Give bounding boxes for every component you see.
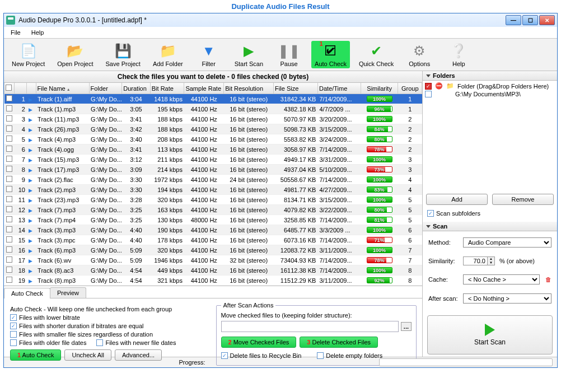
opt-bitrate-checkbox[interactable]: ✓	[10, 314, 17, 321]
clear-cache-icon[interactable]: 🗑	[545, 276, 551, 283]
table-row[interactable]: 9 ▶ Track (2).flacG:\My Do...3:30 1972 k…	[4, 175, 422, 185]
play-icon[interactable]: ▶	[29, 97, 32, 102]
table-row[interactable]: 5 ▶ Track (4).mp3G:\My Do...3:40 208 kbp…	[4, 134, 422, 144]
browse-button[interactable]: ...	[401, 322, 412, 331]
advanced-button[interactable]: Advanced...	[115, 349, 162, 361]
col-samplerate[interactable]: Sample Rate	[184, 83, 224, 94]
move-path-input[interactable]	[221, 321, 399, 332]
start-scan-button[interactable]: ▶Start Scan	[231, 41, 267, 68]
move-files-button[interactable]: 2 Move Checked Files	[221, 337, 297, 348]
table-row[interactable]: 11 ▶ Track (23).mp3G:\My Do...3:28 320 k…	[4, 195, 422, 205]
play-icon[interactable]: ▶	[29, 198, 32, 203]
row-checkbox[interactable]	[6, 105, 12, 111]
row-checkbox[interactable]	[6, 236, 12, 242]
scan-subfolders-checkbox[interactable]: ✓	[427, 210, 434, 217]
play-icon[interactable]: ▶	[29, 228, 32, 234]
help-button[interactable]: ❔Help	[442, 41, 475, 68]
folder-list-item[interactable]: G:\My Documents\MP3\	[425, 90, 555, 98]
col-folder[interactable]: Folder	[89, 83, 122, 94]
start-scan-side-button[interactable]: Start Scan	[427, 315, 553, 354]
remove-folder-button[interactable]: Remove	[492, 194, 554, 205]
col-datetime[interactable]: Date/Time	[317, 83, 361, 94]
row-checkbox[interactable]	[6, 95, 12, 101]
col-duration[interactable]: Duration	[122, 83, 151, 94]
col-filename[interactable]: File Name▲	[36, 83, 89, 94]
play-icon[interactable]: ▶	[29, 248, 32, 254]
row-checkbox[interactable]	[6, 166, 12, 172]
opt-older-checkbox[interactable]	[10, 339, 17, 346]
row-checkbox[interactable]	[6, 146, 12, 152]
row-checkbox[interactable]	[6, 186, 12, 192]
open-project-button[interactable]: 📂Open Project	[54, 41, 96, 68]
row-checkbox[interactable]	[6, 156, 12, 162]
close-button[interactable]: ✕	[539, 15, 555, 25]
play-icon[interactable]: ▶	[29, 107, 32, 113]
row-checkbox[interactable]	[6, 267, 12, 273]
play-icon[interactable]: ▶	[29, 188, 32, 193]
table-row[interactable]: 12 ▶ Track (7).mp3G:\My Do...3:25 163 kb…	[4, 205, 422, 215]
titlebar[interactable]: Audio Dedupe Pro 3.0.0.1 - [untitled.adp…	[4, 13, 557, 27]
folders-list[interactable]: ✓ ⛔ 📁 Folder (Drag&Drop Folders Here) G:…	[423, 81, 557, 190]
row-checkbox[interactable]	[6, 136, 12, 142]
table-row[interactable]: 16 ▶ Track (6).mp3G:\My Do...5:09 320 kb…	[4, 245, 422, 255]
folder-checkbox[interactable]: ✓	[425, 83, 432, 90]
results-table[interactable]: File Name▲ Folder Duration Bit Rate Samp…	[4, 83, 422, 286]
add-folder-side-button[interactable]: Add	[426, 194, 488, 205]
row-checkbox[interactable]	[6, 176, 12, 182]
table-row[interactable]: 18 ▶ Track (8).ac3G:\My Do...4:54 449 kb…	[4, 265, 422, 276]
table-row[interactable]: 3 ▶ Track (11).mp3G:\My Do...3:41 188 kb…	[4, 114, 422, 124]
table-row[interactable]: 1 ▶ Track (1).aiffG:\My Do...3:04 1418 k…	[4, 94, 422, 104]
empty-folders-checkbox[interactable]	[317, 352, 324, 359]
table-row[interactable]: 4 ▶ Track (26).mp3G:\My Do...3:42 188 kb…	[4, 124, 422, 134]
table-row[interactable]: 19 ▶ Track (8).mp3G:\My Do...4:54 321 kb…	[4, 276, 422, 286]
table-row[interactable]: 6 ▶ Track (4).oggG:\My Do...3:41 113 kbp…	[4, 144, 422, 155]
new-project-button[interactable]: 📄New Project	[8, 41, 48, 68]
play-icon[interactable]: ▶	[29, 117, 32, 123]
table-row[interactable]: 8 ▶ Track (17).mp3G:\My Do...3:09 214 kb…	[4, 165, 422, 175]
opt-size-checkbox[interactable]	[10, 331, 17, 338]
play-icon[interactable]: ▶	[29, 137, 32, 143]
table-row[interactable]: 17 ▶ Track (6).wvG:\My Do...5:09 1946 kb…	[4, 255, 422, 265]
opt-duration-checkbox[interactable]: ✓	[10, 323, 17, 329]
col-num[interactable]	[15, 83, 27, 94]
play-icon[interactable]: ▶	[29, 258, 32, 264]
row-checkbox[interactable]	[6, 277, 12, 283]
play-icon[interactable]: ▶	[29, 157, 32, 163]
play-icon[interactable]: ▶	[29, 278, 32, 284]
add-folder-button[interactable]: 📁Add Folder	[149, 41, 186, 68]
col-bitrate[interactable]: Bit Rate	[150, 83, 184, 94]
folder-checkbox[interactable]	[425, 91, 432, 97]
minimize-button[interactable]: —	[506, 15, 521, 25]
row-checkbox[interactable]	[6, 115, 12, 122]
play-icon[interactable]: ▶	[29, 127, 32, 133]
method-select[interactable]: Audio Compare	[463, 237, 551, 248]
row-checkbox[interactable]	[6, 196, 12, 202]
col-similarity[interactable]: Similarity	[361, 83, 398, 94]
menu-file[interactable]: File	[6, 28, 25, 37]
play-icon[interactable]: ▶	[29, 167, 32, 173]
play-icon[interactable]: ▶	[29, 178, 32, 183]
table-header-row[interactable]: File Name▲ Folder Duration Bit Rate Samp…	[4, 83, 422, 94]
folder-list-item[interactable]: ✓ ⛔ 📁 Folder (Drag&Drop Folders Here)	[425, 82, 555, 90]
recycle-checkbox[interactable]: ✓	[221, 352, 228, 359]
pause-button[interactable]: ❚❚Pause	[272, 41, 306, 68]
scan-header[interactable]: Scan	[423, 222, 557, 231]
quick-check-button[interactable]: ✔Quick Check	[356, 41, 397, 68]
table-row[interactable]: 15 ▶ Track (3).mpcG:\My Do...4:40 178 kb…	[4, 235, 422, 245]
row-checkbox[interactable]	[6, 125, 12, 132]
auto-check-button[interactable]: 1🗹Auto Check	[311, 41, 350, 68]
col-group[interactable]: Group	[398, 83, 422, 94]
row-checkbox[interactable]	[6, 206, 12, 212]
row-checkbox[interactable]	[6, 216, 12, 222]
filter-button[interactable]: ▼Filter	[192, 41, 226, 68]
opt-newer-checkbox[interactable]	[96, 339, 103, 346]
tab-preview[interactable]: Preview	[50, 287, 86, 298]
auto-check-exec-button[interactable]: 1 Auto Check	[10, 349, 61, 361]
table-row[interactable]: 2 ▶ Track (1).mp3G:\My Do...3:05 195 kbp…	[4, 104, 422, 114]
row-checkbox[interactable]	[6, 226, 12, 232]
tab-auto-check[interactable]: Auto Check	[4, 288, 50, 298]
delete-files-button[interactable]: 3 Delete Checked Files	[300, 337, 378, 348]
row-checkbox[interactable]	[6, 246, 12, 253]
table-row[interactable]: 10 ▶ Track (2).mp3G:\My Do...3:30 194 kb…	[4, 185, 422, 195]
table-row[interactable]: 14 ▶ Track (3).mp3G:\My Do...4:40 190 kb…	[4, 225, 422, 235]
